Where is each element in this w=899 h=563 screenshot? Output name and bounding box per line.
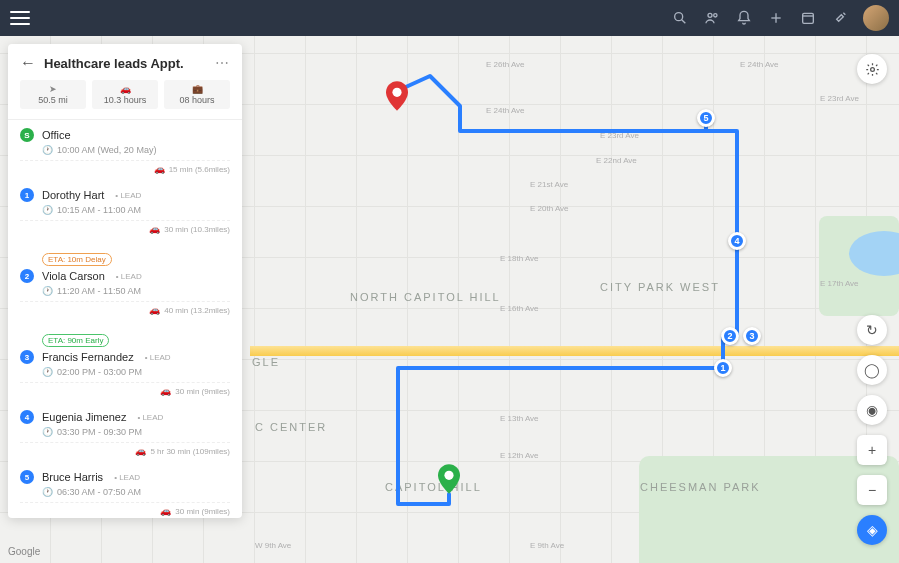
- stop-number: S: [20, 128, 34, 142]
- route-panel: ← Healthcare leads Appt. ⋯ ➤50.5 mi 🚗10.…: [8, 44, 242, 518]
- zoom-in-button[interactable]: +: [857, 435, 887, 465]
- stop-name: Dorothy Hart: [42, 189, 104, 201]
- back-button[interactable]: ←: [20, 54, 36, 72]
- car-icon: 🚗: [149, 224, 160, 234]
- stop-name: Office: [42, 129, 71, 141]
- clock-icon: 🕐: [42, 286, 53, 296]
- car-icon: 🚗: [160, 506, 171, 516]
- stop-number: 4: [20, 410, 34, 424]
- map-stop-marker[interactable]: 2: [721, 327, 739, 345]
- topbar: [0, 0, 899, 36]
- stop-item[interactable]: 5Bruce Harris• LEAD🕐06:30 AM - 07:50 AM🚗…: [8, 462, 242, 518]
- svg-point-3: [714, 14, 717, 17]
- stop-time: 02:00 PM - 03:00 PM: [57, 367, 142, 377]
- travel-time: 30 min (10.3miles): [164, 225, 230, 234]
- svg-line-1: [682, 20, 686, 24]
- travel-time: 40 min (13.2miles): [164, 306, 230, 315]
- stop-tag: • LEAD: [114, 473, 140, 482]
- map-controls-top: [857, 54, 887, 84]
- zoom-out-button[interactable]: −: [857, 475, 887, 505]
- stop-item[interactable]: 4Eugenia Jimenez• LEAD🕐03:30 PM - 09:30 …: [8, 402, 242, 462]
- layers-icon[interactable]: ◈: [857, 515, 887, 545]
- svg-point-9: [444, 471, 453, 480]
- settings-icon[interactable]: [857, 54, 887, 84]
- travel-time: 5 hr 30 min (109miles): [150, 447, 230, 456]
- car-icon: 🚗: [120, 84, 131, 94]
- travel-time: 30 min (9miles): [175, 387, 230, 396]
- stop-time: 03:30 PM - 09:30 PM: [57, 427, 142, 437]
- stop-time: 10:15 AM - 11:00 AM: [57, 205, 141, 215]
- svg-rect-6: [803, 13, 814, 23]
- stop-number: 1: [20, 188, 34, 202]
- plus-icon[interactable]: [767, 9, 785, 27]
- map-stop-marker[interactable]: 3: [743, 327, 761, 345]
- bell-icon[interactable]: [735, 9, 753, 27]
- stop-number: 2: [20, 269, 34, 283]
- summary-work: 💼08 hours: [164, 80, 230, 109]
- map-stop-marker[interactable]: 4: [728, 232, 746, 250]
- stop-name: Francis Fernandez: [42, 351, 134, 363]
- users-icon[interactable]: [703, 9, 721, 27]
- stops-list: SOffice🕐10:00 AM (Wed, 20 May)🚗15 min (5…: [8, 120, 242, 518]
- stop-name: Viola Carson: [42, 270, 105, 282]
- map-stop-marker[interactable]: 5: [697, 109, 715, 127]
- summary-duration: 🚗10.3 hours: [92, 80, 158, 109]
- stop-item[interactable]: ETA: 90m Early3Francis Fernandez• LEAD🕐0…: [8, 321, 242, 402]
- locate-icon[interactable]: ◉: [857, 395, 887, 425]
- clock-icon: 🕐: [42, 427, 53, 437]
- avatar[interactable]: [863, 5, 889, 31]
- car-icon: 🚗: [149, 305, 160, 315]
- stop-tag: • LEAD: [116, 272, 142, 281]
- calendar-icon[interactable]: [799, 9, 817, 27]
- eta-badge: ETA: 10m Delay: [42, 253, 112, 266]
- end-pin[interactable]: [438, 464, 460, 494]
- travel-time: 15 min (5.6miles): [169, 165, 230, 174]
- refresh-icon[interactable]: ↻: [857, 315, 887, 345]
- car-icon: 🚗: [154, 164, 165, 174]
- travel-time: 30 min (9miles): [175, 507, 230, 516]
- stop-tag: • LEAD: [145, 353, 171, 362]
- panel-summary: ➤50.5 mi 🚗10.3 hours 💼08 hours: [8, 80, 242, 120]
- stop-time: 10:00 AM (Wed, 20 May): [57, 145, 156, 155]
- start-pin[interactable]: [386, 81, 408, 111]
- menu-icon[interactable]: [10, 11, 30, 25]
- stop-number: 5: [20, 470, 34, 484]
- clock-icon: 🕐: [42, 367, 53, 377]
- stop-number: 3: [20, 350, 34, 364]
- stop-tag: • LEAD: [115, 191, 141, 200]
- map-stop-marker[interactable]: 1: [714, 359, 732, 377]
- map-controls-bottom: ↻ ◯ ◉ + − ◈: [857, 315, 887, 545]
- navigation-icon: ➤: [49, 84, 57, 94]
- tools-icon[interactable]: [831, 9, 849, 27]
- briefcase-icon: 💼: [192, 84, 203, 94]
- search-icon[interactable]: [671, 9, 689, 27]
- stop-tag: • LEAD: [137, 413, 163, 422]
- svg-point-8: [392, 88, 401, 97]
- stop-name: Bruce Harris: [42, 471, 103, 483]
- summary-distance: ➤50.5 mi: [20, 80, 86, 109]
- clock-icon: 🕐: [42, 205, 53, 215]
- clock-icon: 🕐: [42, 145, 53, 155]
- car-icon: 🚗: [135, 446, 146, 456]
- stop-start[interactable]: SOffice🕐10:00 AM (Wed, 20 May)🚗15 min (5…: [8, 120, 242, 180]
- panel-title: Healthcare leads Appt.: [44, 56, 207, 71]
- stop-time: 11:20 AM - 11:50 AM: [57, 286, 141, 296]
- map-attribution: Google: [8, 546, 40, 557]
- svg-point-10: [870, 67, 874, 71]
- stop-item[interactable]: 1Dorothy Hart• LEAD🕐10:15 AM - 11:00 AM🚗…: [8, 180, 242, 240]
- svg-point-0: [675, 13, 683, 21]
- car-icon: 🚗: [160, 386, 171, 396]
- more-icon[interactable]: ⋯: [215, 55, 230, 71]
- svg-point-2: [708, 13, 712, 17]
- stop-name: Eugenia Jimenez: [42, 411, 126, 423]
- stop-item[interactable]: ETA: 10m Delay2Viola Carson• LEAD🕐11:20 …: [8, 240, 242, 321]
- clock-icon: 🕐: [42, 487, 53, 497]
- stop-time: 06:30 AM - 07:50 AM: [57, 487, 141, 497]
- lasso-icon[interactable]: ◯: [857, 355, 887, 385]
- eta-badge: ETA: 90m Early: [42, 334, 109, 347]
